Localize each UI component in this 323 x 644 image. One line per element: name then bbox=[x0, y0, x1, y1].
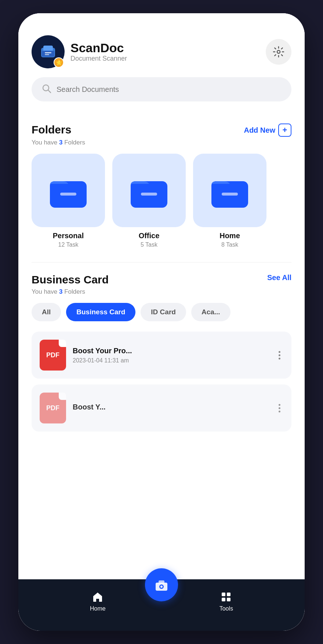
svg-point-17 bbox=[160, 586, 163, 588]
svg-rect-2 bbox=[42, 51, 54, 57]
business-card-subtitle: You have 3 Folders bbox=[32, 288, 291, 296]
business-card-title: Business Card bbox=[32, 273, 109, 286]
svg-rect-13 bbox=[222, 193, 238, 196]
svg-rect-11 bbox=[141, 193, 157, 196]
filter-tabs: All Business Card ID Card Aca... bbox=[32, 303, 291, 323]
nav-home-label: Home bbox=[90, 605, 106, 612]
doc-card-1: PDF Boost Your Pro... 2023-01-04 11:31 a… bbox=[32, 332, 291, 379]
nav-scan-button[interactable] bbox=[145, 568, 178, 601]
divider bbox=[32, 262, 291, 262]
add-new-icon: + bbox=[278, 124, 291, 137]
svg-rect-9 bbox=[60, 193, 76, 196]
folders-title-group: Folders bbox=[32, 124, 71, 136]
folder-name-office: Office bbox=[139, 232, 160, 240]
folders-title: Folders bbox=[32, 124, 71, 136]
doc-info-1: Boost Your Pro... 2023-01-04 11:31 am bbox=[73, 347, 269, 364]
search-section bbox=[18, 77, 305, 112]
search-icon bbox=[42, 84, 51, 95]
app-title-group: ScanDoc Document Scanner bbox=[70, 41, 127, 62]
svg-rect-21 bbox=[227, 598, 231, 601]
search-input[interactable] bbox=[57, 85, 281, 94]
nav-tools-label: Tools bbox=[219, 605, 233, 612]
svg-rect-4 bbox=[45, 54, 49, 55]
nav-tools[interactable]: Tools bbox=[219, 591, 233, 612]
filter-tab-business-card[interactable]: Business Card bbox=[66, 303, 135, 321]
svg-point-5 bbox=[277, 50, 280, 53]
folder-task-personal: 12 Task bbox=[58, 242, 79, 248]
doc-title-2: Boost Y... bbox=[73, 403, 269, 411]
doc-title-1: Boost Your Pro... bbox=[73, 347, 269, 355]
doc-menu-1[interactable] bbox=[276, 348, 283, 362]
app-logo: ⭐ bbox=[32, 35, 65, 68]
app-name: ScanDoc bbox=[70, 41, 127, 55]
business-card-count: 3 bbox=[59, 288, 62, 295]
search-bar[interactable] bbox=[32, 77, 291, 101]
folder-card-home[interactable]: Home 8 Task bbox=[193, 154, 266, 248]
settings-button[interactable] bbox=[266, 39, 291, 65]
folder-name-home: Home bbox=[219, 232, 240, 240]
app-badge: ⭐ bbox=[54, 57, 64, 68]
doc-card-2: PDF Boost Y... bbox=[32, 384, 291, 432]
folders-subtitle: You have 3 Folders bbox=[32, 139, 291, 146]
pdf-label-2: PDF bbox=[46, 404, 59, 412]
see-all-button[interactable]: See All bbox=[267, 273, 291, 282]
folder-icon-office bbox=[112, 154, 186, 227]
filter-tab-id-card[interactable]: ID Card bbox=[141, 303, 186, 321]
nav-home[interactable]: Home bbox=[90, 591, 106, 612]
app-branding: ⭐ ScanDoc Document Scanner bbox=[32, 35, 127, 68]
business-card-section-header: Business Card See All bbox=[32, 273, 291, 286]
main-content: Folders Add New + You have 3 Folders bbox=[18, 112, 305, 579]
doc-info-2: Boost Y... bbox=[73, 403, 269, 414]
folder-icon-personal bbox=[32, 154, 105, 227]
folder-name-personal: Personal bbox=[53, 232, 84, 240]
folders-count: 3 bbox=[59, 139, 62, 146]
folder-task-office: 5 Task bbox=[141, 242, 157, 248]
folder-task-home: 8 Task bbox=[221, 242, 238, 248]
bottom-nav: Home Tools bbox=[18, 579, 305, 631]
folders-row: Personal 12 Task Office 5 Task bbox=[32, 154, 291, 252]
filter-tab-aca[interactable]: Aca... bbox=[191, 303, 231, 321]
business-card-title-group: Business Card bbox=[32, 273, 109, 286]
svg-rect-19 bbox=[227, 593, 231, 596]
svg-rect-3 bbox=[45, 52, 51, 53]
folder-card-personal[interactable]: Personal 12 Task bbox=[32, 154, 105, 248]
filter-tab-all[interactable]: All bbox=[32, 303, 61, 321]
svg-line-7 bbox=[48, 90, 51, 93]
pdf-label-1: PDF bbox=[46, 351, 59, 359]
folder-icon-home bbox=[193, 154, 266, 227]
doc-date-1: 2023-01-04 11:31 am bbox=[73, 357, 269, 364]
pdf-icon-1: PDF bbox=[40, 340, 66, 371]
add-new-button[interactable]: Add New + bbox=[244, 124, 291, 137]
doc-menu-2[interactable] bbox=[276, 401, 283, 415]
folders-section-header: Folders Add New + bbox=[32, 124, 291, 137]
svg-rect-15 bbox=[159, 580, 164, 584]
pdf-icon-2: PDF bbox=[40, 393, 66, 423]
folder-card-office[interactable]: Office 5 Task bbox=[112, 154, 186, 248]
app-subtitle: Document Scanner bbox=[70, 55, 127, 62]
svg-rect-18 bbox=[222, 593, 225, 596]
header: ⭐ ScanDoc Document Scanner bbox=[18, 13, 305, 77]
svg-rect-20 bbox=[222, 598, 225, 601]
